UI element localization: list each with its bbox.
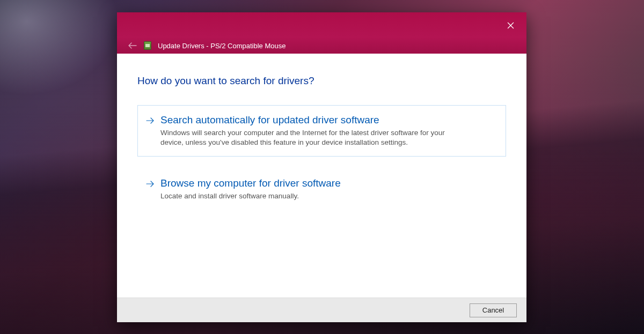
option-title: Search automatically for updated driver …	[160, 114, 498, 126]
arrow-right-icon	[145, 114, 155, 147]
option-description: Windows will search your computer and th…	[160, 128, 450, 147]
desktop-wallpaper-highlight	[0, 0, 134, 107]
option-title: Browse my computer for driver software	[160, 177, 498, 189]
device-icon	[144, 41, 151, 50]
titlebar: Update Drivers - PS/2 Compatible Mouse	[117, 12, 526, 54]
option-text: Browse my computer for driver software L…	[160, 177, 498, 201]
title-row: Update Drivers - PS/2 Compatible Mouse	[128, 41, 286, 50]
option-text: Search automatically for updated driver …	[160, 114, 498, 147]
dialog-title: Update Drivers - PS/2 Compatible Mouse	[158, 42, 286, 50]
option-description: Locate and install driver software manua…	[160, 191, 450, 201]
prompt-heading: How do you want to search for drivers?	[137, 75, 506, 87]
cancel-button[interactable]: Cancel	[470, 303, 517, 317]
option-browse-computer[interactable]: Browse my computer for driver software L…	[137, 168, 506, 210]
arrow-right-icon	[145, 177, 155, 201]
close-button[interactable]	[502, 17, 519, 34]
dialog-footer: Cancel	[117, 298, 526, 322]
back-button[interactable]	[128, 41, 137, 50]
update-drivers-dialog: Update Drivers - PS/2 Compatible Mouse H…	[117, 12, 526, 322]
close-icon	[507, 22, 514, 29]
option-search-automatically[interactable]: Search automatically for updated driver …	[137, 105, 506, 157]
arrow-left-icon	[128, 42, 137, 49]
dialog-body: How do you want to search for drivers? S…	[117, 54, 526, 298]
